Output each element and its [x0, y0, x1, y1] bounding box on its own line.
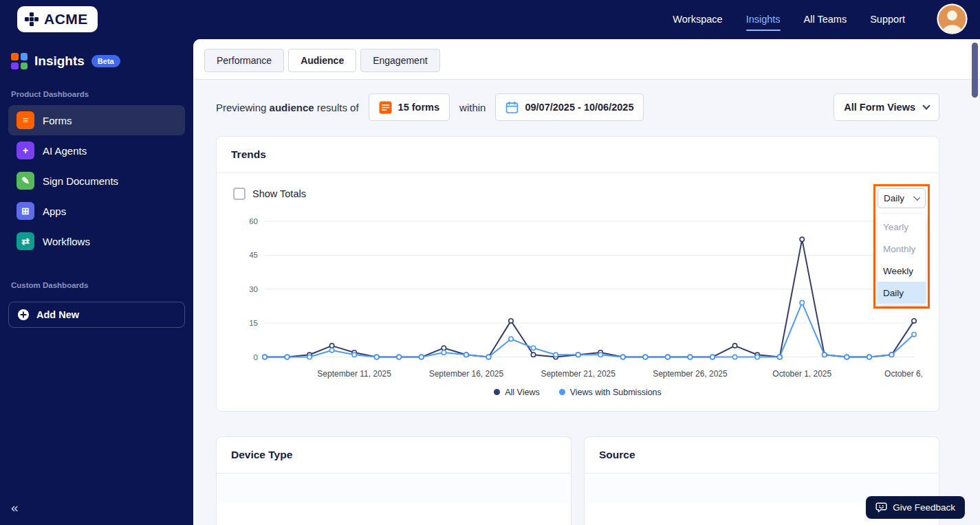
show-totals-checkbox[interactable]: [233, 188, 246, 200]
bottom-cards: Device Type Source: [216, 436, 939, 525]
nav-insights[interactable]: Insights: [746, 14, 781, 25]
granularity-select[interactable]: Daily: [878, 188, 926, 208]
nav-workspace[interactable]: Workspace: [673, 14, 722, 25]
granularity-option-daily[interactable]: Daily: [878, 282, 926, 304]
sidebar-item-label: Forms: [43, 115, 72, 126]
give-feedback-label: Give Feedback: [893, 502, 955, 513]
legend-dot: [559, 389, 565, 395]
svg-text:15: 15: [249, 319, 258, 327]
forms-icon: ≡: [17, 111, 34, 129]
tab-performance[interactable]: Performance: [204, 49, 284, 72]
sidebar-header: Insights Beta: [8, 43, 185, 86]
trends-body: Show Totals Daily Yearly Monthly Weekly …: [217, 173, 939, 411]
sidebar-item-sign-documents[interactable]: ✎ Sign Documents: [8, 166, 185, 196]
sidebar-item-workflows[interactable]: ⇄ Workflows: [8, 226, 185, 256]
source-title: Source: [585, 437, 939, 473]
svg-text:45: 45: [249, 251, 258, 259]
forms-count-label: 15 forms: [398, 102, 439, 113]
tab-engagement[interactable]: Engagement: [360, 49, 439, 72]
granularity-option-monthly: Monthly: [878, 238, 926, 260]
workflows-icon: ⇄: [17, 232, 34, 250]
tabs: Performance Audience Engagement: [204, 49, 969, 72]
date-range-label: 09/07/2025 - 10/06/2025: [525, 102, 633, 113]
granularity-option-yearly: Yearly: [878, 216, 926, 238]
sidebar: Insights Beta Product Dashboards ≡ Forms…: [0, 38, 193, 525]
sidebar-title: Insights: [34, 54, 85, 69]
sign-documents-icon: ✎: [17, 172, 34, 190]
device-type-title: Device Type: [217, 437, 571, 473]
within-label: within: [459, 102, 486, 113]
device-type-body: [217, 473, 571, 504]
sidebar-item-label: Workflows: [43, 236, 90, 247]
form-views-label: All Form Views: [844, 102, 915, 113]
svg-text:30: 30: [249, 285, 258, 293]
calendar-icon: [505, 101, 519, 114]
device-type-card: Device Type: [216, 436, 571, 525]
granularity-selected-label: Daily: [884, 193, 904, 203]
nav-all-teams[interactable]: All Teams: [804, 14, 847, 25]
acme-logo[interactable]: ACME: [17, 6, 98, 32]
section-product-dashboards: Product Dashboards: [8, 86, 185, 105]
nav-support[interactable]: Support: [870, 14, 905, 25]
granularity-option-weekly[interactable]: Weekly: [878, 260, 926, 282]
sidebar-item-label: Apps: [43, 205, 66, 217]
chart-legend: All Views Views with Submissions: [233, 388, 922, 397]
sidebar-item-forms[interactable]: ≡ Forms: [8, 105, 185, 135]
apps-icon: ⊞: [17, 202, 34, 220]
trends-title: Trends: [217, 137, 939, 173]
beta-badge: Beta: [91, 55, 120, 67]
svg-text:0: 0: [254, 353, 258, 361]
trends-card: Trends Show Totals Daily Yearly Monthly: [216, 136, 939, 412]
acme-logo-icon: [24, 12, 39, 27]
sidebar-item-label: AI Agents: [43, 145, 87, 157]
collapse-sidebar-button[interactable]: «: [11, 501, 19, 514]
topbar: ACME Workspace Insights All Teams Suppor…: [0, 0, 980, 38]
form-views-dropdown[interactable]: All Form Views: [834, 93, 939, 121]
preview-bar: Previewing audience results of 15 forms …: [216, 93, 939, 121]
sidebar-item-ai-agents[interactable]: + AI Agents: [8, 135, 185, 166]
chevron-down-icon: [922, 102, 930, 109]
scrollbar-thumb[interactable]: [972, 43, 978, 98]
feedback-bubble-icon: [875, 502, 887, 513]
section-custom-dashboards: Custom Dashboards: [8, 277, 185, 296]
svg-text:September 16, 2025: September 16, 2025: [429, 369, 504, 379]
svg-text:October 1, 2025: October 1, 2025: [772, 369, 831, 379]
top-nav: Workspace Insights All Teams Support: [673, 3, 968, 34]
show-totals-label: Show Totals: [252, 188, 306, 199]
granularity-annotation-box: Daily Yearly Monthly Weekly Daily: [873, 184, 930, 309]
legend-all-views: All Views: [494, 388, 539, 397]
trends-controls: Show Totals: [233, 187, 922, 201]
give-feedback-button[interactable]: Give Feedback: [866, 496, 965, 519]
svg-text:September 26, 2025: September 26, 2025: [653, 369, 728, 379]
tab-audience[interactable]: Audience: [288, 49, 356, 72]
tabs-strip: Performance Audience Engagement: [193, 39, 980, 80]
form-icon: [379, 101, 392, 114]
trends-chart: 015304560September 11, 2025September 16,…: [233, 213, 922, 385]
logo-text: ACME: [44, 11, 88, 27]
main-panel: Performance Audience Engagement Previewi…: [193, 39, 980, 525]
insights-icon: [11, 53, 28, 69]
ai-agents-icon: +: [17, 142, 34, 159]
legend-views-with-submissions: Views with Submissions: [559, 388, 662, 397]
add-new-label: Add New: [36, 309, 79, 320]
svg-text:60: 60: [249, 217, 258, 225]
chevron-down-icon: [913, 194, 920, 201]
content: Previewing audience results of 15 forms …: [193, 80, 980, 525]
granularity-menu: Yearly Monthly Weekly Daily: [878, 214, 926, 304]
preview-text: Previewing audience results of: [216, 102, 359, 113]
forms-filter-chip[interactable]: 15 forms: [369, 93, 450, 121]
add-new-button[interactable]: Add New: [8, 302, 185, 328]
svg-text:October 6, 2025: October 6, 2025: [884, 369, 922, 379]
avatar[interactable]: [937, 3, 968, 34]
svg-text:September 21, 2025: September 21, 2025: [541, 369, 616, 379]
date-range-picker[interactable]: 09/07/2025 - 10/06/2025: [495, 93, 644, 121]
legend-dot: [494, 389, 500, 395]
svg-text:September 11, 2025: September 11, 2025: [317, 369, 391, 379]
sidebar-item-label: Sign Documents: [43, 175, 118, 187]
sidebar-item-apps[interactable]: ⊞ Apps: [8, 196, 185, 226]
plus-circle-icon: [17, 309, 30, 321]
